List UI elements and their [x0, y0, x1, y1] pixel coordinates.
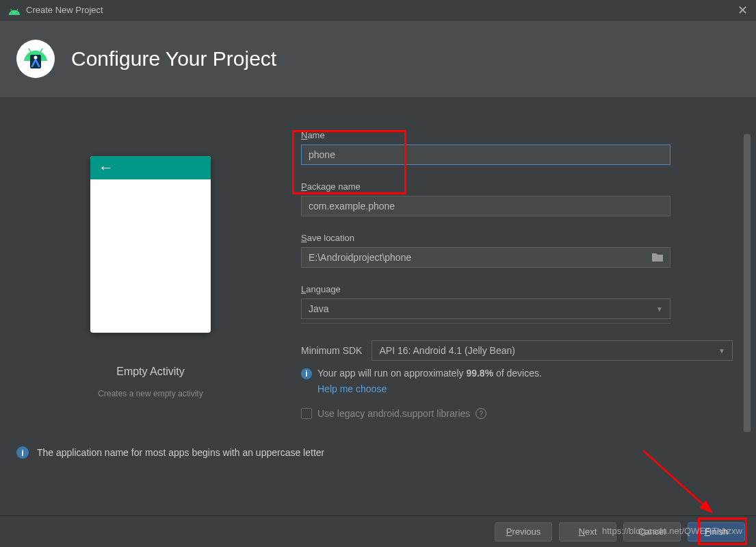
language-value: Java: [309, 303, 329, 314]
name-input[interactable]: phone: [301, 144, 670, 165]
preview-subtitle: Creates a new empty activity: [98, 389, 203, 398]
phone-preview: ←: [90, 156, 211, 333]
preview-title: Empty Activity: [116, 366, 185, 378]
chevron-down-icon: ▼: [718, 347, 725, 355]
cancel-button[interactable]: Cancel: [623, 522, 681, 542]
chevron-down-icon: ▼: [656, 305, 663, 313]
location-group: Save location E:\Androidproject\phone: [301, 233, 733, 268]
sdk-value: API 16: Android 4.1 (Jelly Bean): [379, 345, 514, 356]
folder-icon[interactable]: [652, 253, 663, 262]
next-button[interactable]: Next: [559, 522, 616, 542]
location-label: Save location: [301, 233, 733, 243]
button-bar: Previous Next Cancel Finish: [0, 516, 756, 547]
name-label: Name: [301, 130, 733, 140]
info-icon: i: [301, 368, 312, 379]
name-group: Name phone: [301, 130, 733, 165]
scrollbar-thumb[interactable]: [744, 134, 751, 432]
help-icon[interactable]: ?: [475, 408, 486, 419]
window-titlebar: Create New Project ✕: [0, 0, 756, 21]
back-arrow-icon: ←: [99, 160, 114, 175]
close-icon[interactable]: ✕: [738, 3, 748, 18]
sdk-row: Minimum SDK API 16: Android 4.1 (Jelly B…: [301, 340, 733, 361]
divider: [301, 323, 670, 324]
form-panel: Name phone Package name com.example.phon…: [301, 130, 756, 438]
android-icon: [8, 5, 21, 15]
finish-button[interactable]: Finish: [688, 522, 745, 542]
scrollbar[interactable]: [744, 134, 751, 435]
language-select[interactable]: Java ▼: [301, 298, 670, 319]
preview-panel: ← Empty Activity Creates a new empty act…: [0, 130, 301, 438]
window-title: Create New Project: [26, 5, 103, 15]
legacy-checkbox[interactable]: [301, 408, 312, 419]
wizard-header: Configure Your Project: [0, 21, 756, 97]
sdk-info: i Your app will run on approximately 99.…: [301, 366, 733, 381]
hint-bar: i The application name for most apps beg…: [0, 438, 756, 467]
package-input[interactable]: com.example.phone: [301, 196, 670, 216]
help-me-choose-link[interactable]: Help me choose: [317, 383, 733, 394]
previous-button[interactable]: Previous: [495, 522, 552, 542]
phone-preview-toolbar: ←: [90, 156, 211, 179]
legacy-label: Use legacy android.support libraries: [317, 408, 470, 419]
info-icon: i: [16, 446, 29, 459]
sdk-info-text: Your app will run on approximately 99.8%…: [317, 366, 542, 381]
language-label: Language: [301, 284, 733, 294]
hint-text: The application name for most apps begin…: [37, 447, 324, 458]
legacy-row: Use legacy android.support libraries ?: [301, 408, 733, 419]
content-area: ← Empty Activity Creates a new empty act…: [0, 97, 756, 438]
language-group: Language Java ▼: [301, 284, 733, 324]
sdk-select[interactable]: API 16: Android 4.1 (Jelly Bean) ▼: [372, 340, 733, 361]
package-label: Package name: [301, 181, 733, 192]
svg-point-1: [34, 56, 38, 60]
package-group: Package name com.example.phone: [301, 181, 733, 216]
page-title: Configure Your Project: [71, 47, 276, 71]
sdk-label: Minimum SDK: [301, 345, 362, 356]
location-input[interactable]: E:\Androidproject\phone: [301, 247, 670, 268]
android-studio-logo: [16, 40, 55, 78]
location-value: E:\Androidproject\phone: [309, 252, 411, 263]
